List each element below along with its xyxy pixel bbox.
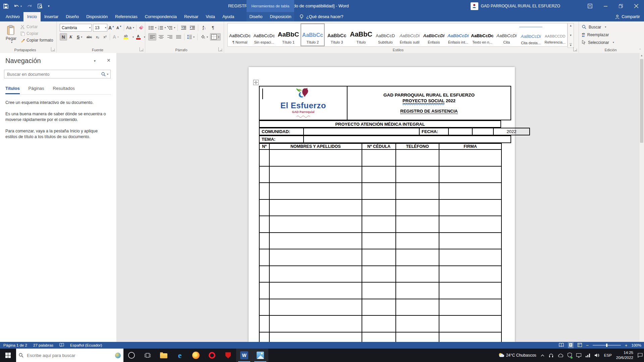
security-shield-icon[interactable] xyxy=(568,353,572,358)
zoom-level[interactable]: 100% xyxy=(632,343,641,347)
style-item[interactable]: AaBbCTítulo xyxy=(349,23,373,46)
font-family-combo[interactable]: Cambria▾ xyxy=(60,24,92,32)
comunidad-label-cell[interactable]: COMUNIDAD: xyxy=(259,128,304,135)
text-effects-button[interactable]: A▾ xyxy=(111,33,120,41)
circle-app-icon[interactable] xyxy=(123,349,140,362)
ribbon-tab-ayuda[interactable]: Ayuda xyxy=(219,12,238,21)
style-item[interactable]: AaBbCTítulo 1 xyxy=(276,23,301,46)
highlight-button[interactable]: ab xyxy=(120,33,131,41)
empty-cell[interactable] xyxy=(362,216,396,233)
italic-button[interactable]: K xyxy=(67,33,74,41)
zoom-in-button[interactable]: + xyxy=(625,343,628,348)
empty-cell[interactable] xyxy=(362,332,396,342)
empty-cell[interactable] xyxy=(269,166,362,183)
font-size-combo[interactable]: 13▾ xyxy=(93,24,107,32)
line-spacing-button[interactable]: ▾ xyxy=(186,33,196,41)
empty-cell[interactable] xyxy=(259,199,269,216)
headphones-icon[interactable] xyxy=(549,353,553,358)
ribbon-tab-referencias[interactable]: Referencias xyxy=(111,12,141,21)
ribbon-tab-correspondencia[interactable]: Correspondencia xyxy=(141,12,180,21)
bullets-button[interactable]: ▾ xyxy=(148,24,157,32)
empty-cell[interactable] xyxy=(439,266,501,283)
empty-cell[interactable] xyxy=(269,299,362,316)
ribbon-tab-revisar[interactable]: Revisar xyxy=(180,12,202,21)
increase-indent-button[interactable] xyxy=(188,24,196,32)
styles-more-icon[interactable]: ▼ xyxy=(570,43,572,47)
style-item[interactable]: AaBbCcDcSin espaci... xyxy=(252,23,276,46)
minimize-button[interactable] xyxy=(598,0,613,12)
style-item[interactable]: AaBbCcTítulo 3 xyxy=(325,23,349,46)
empty-cell[interactable] xyxy=(269,315,362,332)
language-badge[interactable]: ESP xyxy=(604,353,612,357)
vertical-scrollbar[interactable]: ▲ xyxy=(639,53,644,342)
style-item[interactable]: AaBbCcDiÉnfasis int... xyxy=(446,23,470,46)
nav-search-input[interactable] xyxy=(6,71,101,77)
nav-pane-menu-icon[interactable]: ▾ xyxy=(94,59,96,63)
document-page[interactable]: El Esfuerzo GAD Parroquial GAD PARROQUIA… xyxy=(249,67,515,342)
paste-button[interactable]: Pegar ▾ xyxy=(3,23,19,46)
empty-cell[interactable] xyxy=(396,149,439,166)
empty-cell[interactable] xyxy=(259,166,269,183)
empty-cell[interactable] xyxy=(439,166,501,183)
empty-cell[interactable] xyxy=(259,233,269,249)
empty-cell[interactable] xyxy=(439,216,501,233)
empty-cell[interactable] xyxy=(396,199,439,216)
word-count[interactable]: 27 palabras xyxy=(33,343,53,347)
align-center-button[interactable] xyxy=(157,33,165,41)
comunidad-value-cell[interactable] xyxy=(304,128,419,135)
empty-cell[interactable] xyxy=(396,299,439,316)
weather-widget[interactable]: 24°C Chubascos xyxy=(498,353,536,358)
grow-font-button[interactable]: A▲ xyxy=(107,24,115,32)
numbering-button[interactable]: 123▾ xyxy=(158,24,166,32)
empty-cell[interactable] xyxy=(362,299,396,316)
empty-cell[interactable] xyxy=(259,149,269,166)
nav-pane-close-icon[interactable]: ✕ xyxy=(107,58,111,63)
restore-button[interactable] xyxy=(613,0,629,12)
cut-button[interactable]: Cortar xyxy=(20,24,53,29)
document-canvas[interactable]: El Esfuerzo GAD Parroquial GAD PARROQUIA… xyxy=(116,53,639,342)
empty-cell[interactable] xyxy=(439,249,501,266)
empty-cell[interactable] xyxy=(396,216,439,233)
find-button[interactable]: Buscar▾ xyxy=(579,23,643,31)
redo-button[interactable] xyxy=(27,4,32,8)
empty-cell[interactable] xyxy=(259,249,269,266)
empty-cell[interactable] xyxy=(269,216,362,233)
fecha-day-cell[interactable] xyxy=(448,128,472,135)
empty-cell[interactable] xyxy=(439,332,501,342)
empty-cell[interactable] xyxy=(269,249,362,266)
tab-table-design[interactable]: Diseño xyxy=(246,12,266,21)
bold-button[interactable]: N xyxy=(60,33,67,41)
font-dialog-launcher[interactable] xyxy=(140,47,144,51)
empty-cell[interactable] xyxy=(259,183,269,199)
column-header[interactable]: TELÉFONO xyxy=(396,143,439,149)
format-painter-button[interactable]: Copiar formato xyxy=(20,38,53,43)
show-marks-button[interactable]: ¶ xyxy=(209,24,217,32)
column-header[interactable]: Nº xyxy=(259,143,269,149)
language-indicator[interactable]: Español (Ecuador) xyxy=(70,343,102,347)
account-avatar-icon[interactable] xyxy=(471,2,478,10)
empty-cell[interactable] xyxy=(259,216,269,233)
nav-tab-páginas[interactable]: Páginas xyxy=(29,86,44,93)
clipboard-dialog-launcher[interactable] xyxy=(51,47,55,51)
nav-search-box[interactable]: ▾ xyxy=(4,70,111,78)
empty-cell[interactable] xyxy=(362,249,396,266)
style-item[interactable]: AaBbCcDSubtítulo xyxy=(373,23,397,46)
style-item[interactable]: AaBbCcDc¶ Normal xyxy=(228,23,252,46)
column-header[interactable]: NOMBRES Y APELLIDOS xyxy=(269,143,362,149)
empty-cell[interactable] xyxy=(396,282,439,299)
opera-icon[interactable] xyxy=(204,349,220,362)
styles-scroll-up-icon[interactable]: ▲ xyxy=(570,24,572,27)
empty-cell[interactable] xyxy=(396,315,439,332)
empty-cell[interactable] xyxy=(269,199,362,216)
ribbon-tab-vista[interactable]: Vista xyxy=(202,12,219,21)
empty-cell[interactable] xyxy=(362,199,396,216)
zoom-out-button[interactable]: − xyxy=(586,343,589,348)
nav-search-icon[interactable] xyxy=(101,72,106,76)
superscript-button[interactable]: x² xyxy=(101,33,109,41)
nav-search-dropdown-icon[interactable]: ▾ xyxy=(107,73,108,76)
empty-cell[interactable] xyxy=(259,282,269,299)
empty-cell[interactable] xyxy=(269,149,362,166)
empty-cell[interactable] xyxy=(439,183,501,199)
clear-formatting-button[interactable] xyxy=(138,24,146,32)
logo-cell[interactable]: El Esfuerzo GAD Parroquial xyxy=(259,86,347,120)
